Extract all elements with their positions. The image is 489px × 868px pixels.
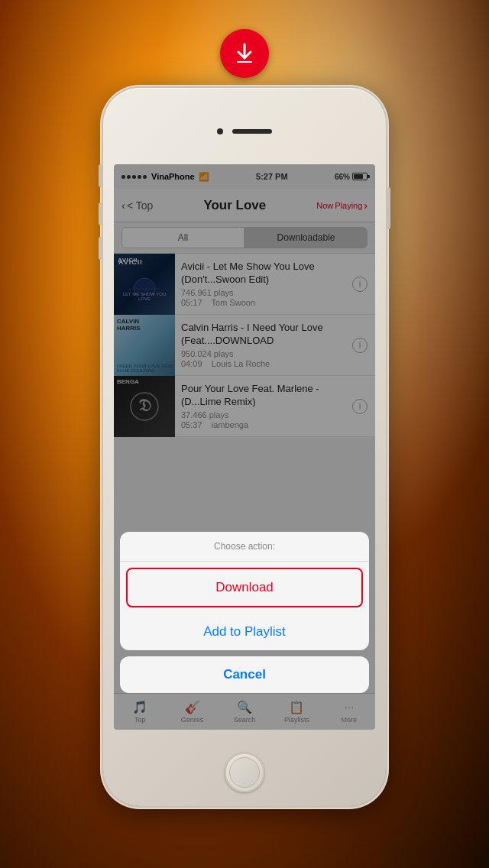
home-button-inner xyxy=(229,757,260,788)
camera xyxy=(217,128,223,134)
cancel-button[interactable]: Cancel xyxy=(120,656,369,693)
add-to-playlist-button[interactable]: Add to Playlist xyxy=(120,614,369,650)
phone-frame: VinaPhone 📶 5:27 PM 66% ‹ < Top Your Lov… xyxy=(103,88,386,806)
download-arrow-icon xyxy=(232,41,257,66)
action-sheet-title: Choose action: xyxy=(120,532,369,562)
cancel-group: Cancel xyxy=(120,656,369,693)
download-button[interactable]: Download xyxy=(126,568,363,607)
download-badge xyxy=(220,29,269,78)
speaker xyxy=(232,129,272,134)
action-sheet-group: Choose action: Download Add to Playlist xyxy=(120,532,369,650)
notch-area xyxy=(199,126,290,137)
svg-rect-0 xyxy=(237,61,252,63)
action-sheet: Choose action: Download Add to Playlist … xyxy=(114,532,375,693)
home-button[interactable] xyxy=(225,753,264,792)
screen: VinaPhone 📶 5:27 PM 66% ‹ < Top Your Lov… xyxy=(114,164,375,730)
